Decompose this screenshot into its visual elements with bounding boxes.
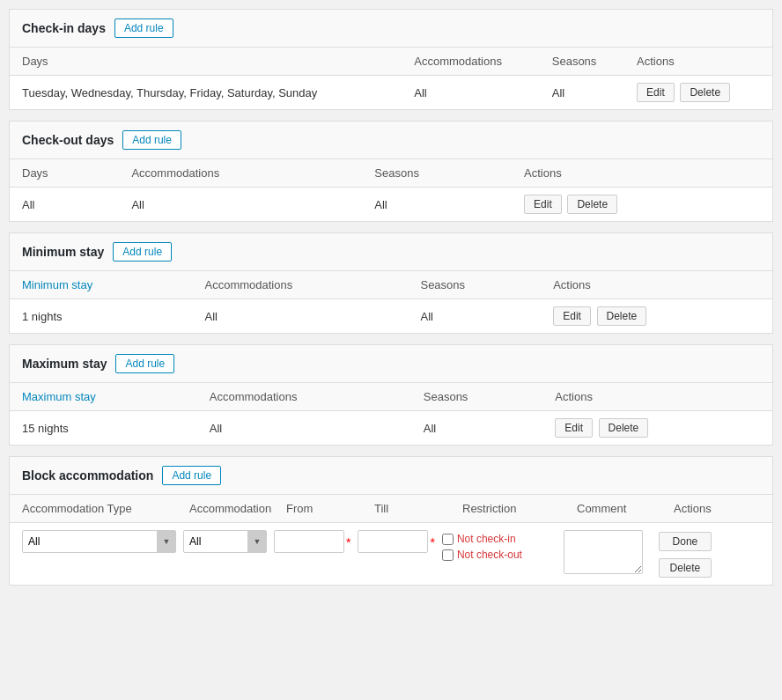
min-row-seasons: All (408, 299, 541, 334)
minimum-stay-title: Minimum stay (22, 245, 104, 259)
accommodation-chevron-down-icon: ▼ (247, 530, 267, 553)
max-col-actions: Actions (542, 383, 772, 411)
accommodation-group: All ▼ (183, 530, 267, 553)
checkout-col-accommodations: Accommodations (119, 159, 362, 188)
checkout-table-container: Days Accommodations Seasons Actions All … (10, 159, 772, 221)
checkout-edit-button[interactable]: Edit (524, 195, 562, 214)
minimum-stay-add-rule-button[interactable]: Add rule (113, 242, 172, 262)
checkin-section: Check-in days Add rule Days Accommodatio… (9, 9, 773, 110)
maximum-stay-title: Maximum stay (22, 357, 107, 371)
checkin-row-actions: Edit Delete (624, 76, 772, 110)
block-form-row: All ▼ All ▼ * * (10, 523, 772, 585)
till-required-star: * (430, 535, 434, 553)
block-col-comment: Comment (577, 502, 674, 515)
comment-textarea[interactable] (564, 530, 643, 574)
checkout-row-actions: Edit Delete (512, 188, 772, 222)
from-input[interactable] (274, 530, 344, 553)
min-edit-button[interactable]: Edit (553, 306, 591, 326)
checkin-row: Tuesday, Wednesday, Thursday, Friday, Sa… (10, 76, 772, 110)
checkin-table-container: Days Accommodations Seasons Actions Tues… (10, 48, 772, 109)
not-checkout-checkbox[interactable] (442, 549, 454, 561)
max-row-value: 15 nights (10, 411, 197, 446)
max-col-seasons: Seasons (411, 383, 543, 411)
max-row-accommodations: All (197, 411, 411, 446)
block-col-from: From (286, 502, 374, 515)
from-required-star: * (346, 535, 350, 553)
min-row-value: 1 nights (10, 299, 193, 334)
block-accommodation-header: Block accommodation Add rule (10, 457, 772, 495)
block-col-actions: Actions (674, 502, 760, 515)
acc-type-select-wrapper: All ▼ (22, 530, 176, 553)
checkin-table: Days Accommodations Seasons Actions Tues… (10, 48, 772, 109)
maximum-stay-row: 15 nights All All Edit Delete (10, 411, 772, 446)
block-table-header: Accommodation Type Accommodation From Ti… (10, 495, 772, 523)
maximum-stay-header: Maximum stay Add rule (10, 345, 772, 383)
block-delete-button[interactable]: Delete (659, 558, 712, 578)
maximum-stay-add-rule-button[interactable]: Add rule (115, 354, 174, 373)
checkout-col-actions: Actions (512, 159, 772, 188)
not-checkin-text: Not check-in (457, 533, 516, 545)
acc-type-chevron-down-icon: ▼ (157, 530, 176, 553)
max-col-accommodations: Accommodations (197, 383, 411, 411)
min-col-stay: Minimum stay (10, 271, 193, 299)
not-checkout-label[interactable]: Not check-out (442, 549, 557, 561)
minimum-stay-row: 1 nights All All Edit Delete (10, 299, 772, 334)
block-col-restriction: Restriction (462, 502, 577, 515)
till-group: * (358, 530, 434, 553)
minimum-stay-header: Minimum stay Add rule (10, 233, 772, 271)
checkout-section: Check-out days Add rule Days Accommodati… (9, 121, 773, 222)
comment-group (564, 530, 652, 574)
min-col-seasons: Seasons (408, 271, 541, 299)
max-col-stay: Maximum stay (10, 383, 197, 411)
minimum-stay-section: Minimum stay Add rule Minimum stay Accom… (9, 232, 773, 334)
not-checkout-text: Not check-out (457, 549, 522, 561)
checkout-row-days: All (10, 188, 119, 222)
minimum-stay-table-container: Minimum stay Accommodations Seasons Acti… (10, 271, 772, 333)
acc-type-group: All ▼ (22, 530, 176, 553)
checkin-title: Check-in days (22, 21, 106, 35)
checkin-header: Check-in days Add rule (10, 10, 772, 48)
not-checkin-label[interactable]: Not check-in (442, 533, 557, 545)
checkout-row: All All All Edit Delete (10, 188, 772, 222)
block-col-accommodation: Accommodation (189, 502, 286, 515)
checkout-col-seasons: Seasons (362, 159, 512, 188)
max-row-actions: Edit Delete (542, 411, 772, 446)
min-delete-button[interactable]: Delete (597, 306, 647, 326)
checkin-col-accommodations: Accommodations (402, 48, 540, 76)
block-col-till: Till (374, 502, 462, 515)
checkout-add-rule-button[interactable]: Add rule (122, 130, 181, 150)
checkin-col-seasons: Seasons (540, 48, 624, 76)
minimum-stay-table: Minimum stay Accommodations Seasons Acti… (10, 271, 772, 333)
checkin-col-days: Days (10, 48, 402, 76)
accommodation-select[interactable]: All (183, 530, 249, 553)
min-col-actions: Actions (541, 271, 772, 299)
from-group: * (274, 530, 350, 553)
till-input[interactable] (358, 530, 428, 553)
block-accommodation-add-rule-button[interactable]: Add rule (162, 466, 221, 485)
not-checkin-checkbox[interactable] (442, 534, 454, 545)
checkout-delete-button[interactable]: Delete (567, 195, 617, 214)
checkin-delete-button[interactable]: Delete (680, 83, 730, 102)
maximum-stay-section: Maximum stay Add rule Maximum stay Accom… (9, 344, 773, 446)
checkout-table: Days Accommodations Seasons Actions All … (10, 159, 772, 221)
checkout-title: Check-out days (22, 133, 114, 147)
min-row-actions: Edit Delete (541, 299, 772, 334)
min-col-accommodations: Accommodations (193, 271, 409, 299)
block-done-button[interactable]: Done (659, 532, 712, 551)
block-accommodation-section: Block accommodation Add rule Accommodati… (9, 456, 773, 586)
checkin-edit-button[interactable]: Edit (637, 83, 675, 102)
checkin-row-days: Tuesday, Wednesday, Thursday, Friday, Sa… (10, 76, 402, 110)
checkout-col-days: Days (10, 159, 119, 188)
block-actions-group: Done Delete (659, 530, 712, 578)
checkin-add-rule-button[interactable]: Add rule (114, 18, 173, 38)
block-col-acc-type: Accommodation Type (22, 502, 189, 515)
max-delete-button[interactable]: Delete (599, 418, 649, 438)
checkout-header: Check-out days Add rule (10, 122, 772, 159)
accommodation-select-wrapper: All ▼ (183, 530, 267, 553)
acc-type-select[interactable]: All (22, 530, 159, 553)
maximum-stay-table-container: Maximum stay Accommodations Seasons Acti… (10, 383, 772, 445)
checkout-row-seasons: All (362, 188, 512, 222)
max-row-seasons: All (411, 411, 543, 446)
block-accommodation-title: Block accommodation (22, 468, 153, 483)
max-edit-button[interactable]: Edit (555, 418, 593, 438)
